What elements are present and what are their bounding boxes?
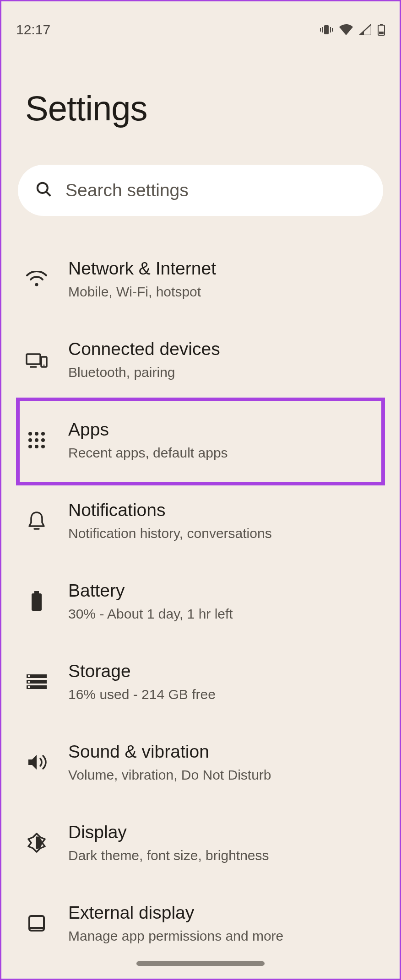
settings-item-apps[interactable]: Apps Recent apps, default apps bbox=[1, 400, 400, 480]
svg-rect-4 bbox=[332, 28, 333, 32]
svg-line-9 bbox=[46, 192, 51, 196]
devices-icon bbox=[25, 348, 48, 371]
item-subtitle: Recent apps, default apps bbox=[68, 444, 379, 462]
item-subtitle: 30% - About 1 day, 1 hr left bbox=[68, 605, 379, 623]
item-title: Network & Internet bbox=[68, 258, 379, 280]
item-subtitle: 16% used - 214 GB free bbox=[68, 685, 379, 703]
item-title: Battery bbox=[68, 580, 379, 602]
page-title: Settings bbox=[1, 47, 400, 128]
search-icon bbox=[35, 181, 53, 200]
status-time: 12:17 bbox=[16, 22, 50, 38]
svg-rect-25 bbox=[34, 591, 39, 593]
svg-rect-0 bbox=[324, 25, 329, 34]
svg-rect-32 bbox=[28, 686, 30, 688]
settings-item-external-display[interactable]: External display Manage app permissions … bbox=[1, 883, 400, 964]
settings-item-notifications[interactable]: Notifications Notification history, conv… bbox=[1, 480, 400, 561]
search-input[interactable]: Search settings bbox=[18, 165, 383, 216]
vibrate-icon bbox=[320, 24, 333, 35]
item-subtitle: Notification history, conversations bbox=[68, 524, 379, 542]
settings-item-storage[interactable]: Storage 16% used - 214 GB free bbox=[1, 641, 400, 722]
item-title: External display bbox=[68, 902, 379, 924]
item-subtitle: Volume, vibration, Do Not Disturb bbox=[68, 766, 379, 784]
battery-status-icon bbox=[378, 24, 385, 36]
svg-point-21 bbox=[28, 445, 32, 448]
gesture-nav-bar[interactable] bbox=[136, 961, 265, 966]
item-title: Sound & vibration bbox=[68, 741, 379, 763]
svg-point-8 bbox=[38, 183, 48, 193]
svg-rect-7 bbox=[379, 32, 384, 34]
svg-rect-30 bbox=[28, 675, 30, 677]
signal-icon bbox=[359, 24, 371, 35]
item-title: Storage bbox=[68, 660, 379, 683]
item-title: Connected devices bbox=[68, 338, 379, 361]
svg-point-18 bbox=[28, 438, 32, 442]
svg-rect-3 bbox=[330, 27, 331, 32]
storage-icon bbox=[25, 670, 48, 693]
settings-item-network[interactable]: Network & Internet Mobile, Wi-Fi, hotspo… bbox=[1, 239, 400, 319]
search-placeholder: Search settings bbox=[65, 180, 189, 200]
wifi-icon bbox=[25, 268, 48, 291]
item-subtitle: Dark theme, font size, brightness bbox=[68, 846, 379, 864]
sound-icon bbox=[25, 751, 48, 774]
display-icon bbox=[25, 831, 48, 854]
svg-rect-31 bbox=[28, 681, 30, 683]
item-title: Notifications bbox=[68, 499, 379, 522]
svg-rect-11 bbox=[27, 354, 40, 364]
svg-point-35 bbox=[36, 930, 37, 931]
item-subtitle: Mobile, Wi-Fi, hotspot bbox=[68, 283, 379, 301]
settings-item-wallpaper[interactable]: Wallpaper bbox=[1, 964, 400, 980]
wifi-icon bbox=[339, 24, 353, 35]
svg-point-17 bbox=[41, 432, 45, 436]
battery-icon bbox=[25, 590, 48, 613]
apps-grid-icon bbox=[25, 429, 48, 452]
svg-point-19 bbox=[35, 438, 38, 442]
bell-icon bbox=[25, 509, 48, 532]
settings-item-sound[interactable]: Sound & vibration Volume, vibration, Do … bbox=[1, 722, 400, 802]
svg-rect-1 bbox=[322, 27, 323, 32]
svg-point-16 bbox=[35, 432, 38, 436]
item-title: Display bbox=[68, 821, 379, 844]
settings-item-battery[interactable]: Battery 30% - About 1 day, 1 hr left bbox=[1, 561, 400, 641]
settings-list: Network & Internet Mobile, Wi-Fi, hotspo… bbox=[1, 216, 400, 980]
svg-point-20 bbox=[41, 438, 45, 442]
status-icons bbox=[320, 24, 385, 36]
settings-item-connected-devices[interactable]: Connected devices Bluetooth, pairing bbox=[1, 319, 400, 400]
status-bar: 12:17 bbox=[1, 1, 400, 47]
svg-rect-26 bbox=[32, 593, 42, 611]
item-subtitle: Manage app permissions and more bbox=[68, 927, 379, 945]
svg-point-15 bbox=[28, 432, 32, 436]
svg-point-23 bbox=[41, 445, 45, 448]
settings-item-display[interactable]: Display Dark theme, font size, brightnes… bbox=[1, 802, 400, 883]
svg-point-22 bbox=[35, 445, 38, 448]
item-title: Apps bbox=[68, 419, 379, 441]
item-subtitle: Bluetooth, pairing bbox=[68, 363, 379, 381]
svg-rect-2 bbox=[320, 28, 321, 32]
svg-point-10 bbox=[35, 283, 38, 286]
svg-point-14 bbox=[43, 365, 45, 366]
external-display-icon bbox=[25, 912, 48, 935]
